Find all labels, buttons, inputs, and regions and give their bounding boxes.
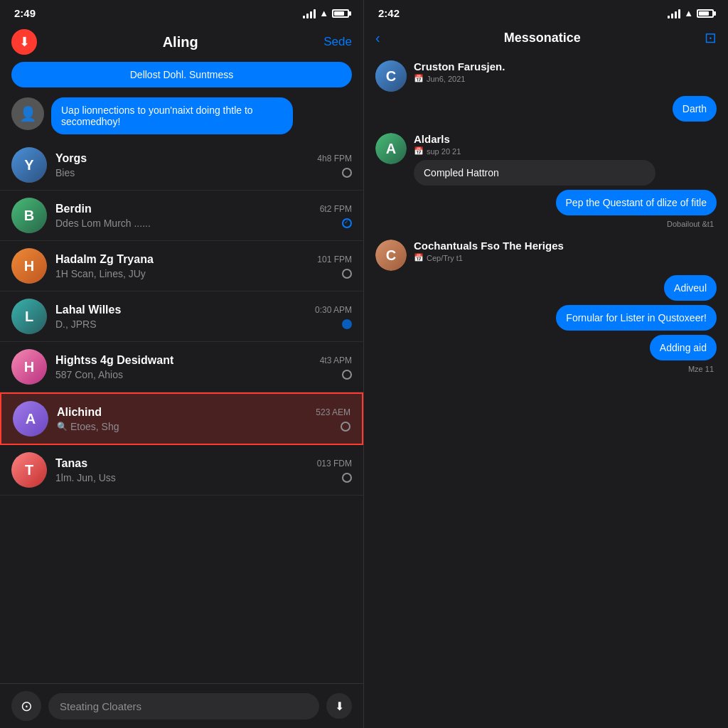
msg-group-header-cruston: C Cruston Farusjen. 📅 Jun6, 2021: [375, 60, 717, 92]
left-status-icons: ▲: [303, 8, 349, 18]
left-panel: 2:49 ▲ ⬇ Aling Sede Dellost Dohl. Suntme…: [0, 0, 364, 728]
conv-item-yorgs[interactable]: Y Yorgs 4h8 FPM Bies: [0, 140, 363, 191]
conv-preview-hadalm: 1H Scan, Lines, JUy: [55, 268, 352, 279]
right-time: 2:42: [378, 7, 400, 19]
right-signal-icon: [668, 9, 680, 18]
avatar-tanas: T: [11, 452, 47, 488]
conv-name-tanas: Tanas: [55, 457, 87, 470]
msg-group-header-cochantuals: C Cochantuals Fso The Heriges 📅 Cep/Try …: [375, 240, 717, 271]
banner-message: Dellost Dohl. Suntmess: [11, 62, 352, 87]
conv-name-berdin: Berdin: [55, 203, 92, 215]
msg-date-cruston: 📅 Jun6, 2021: [414, 74, 717, 83]
conv-time-hightss: 4t3 APM: [320, 355, 352, 365]
wifi-icon: ▲: [319, 8, 328, 18]
conv-info-hadalm: Hadalm Zg Tryana 101 FPM 1H Scan, Lines,…: [55, 253, 352, 279]
conv-preview-lahal: D., JPRS: [55, 318, 352, 330]
avatar-yorgs: Y: [11, 147, 47, 183]
conv-preview-yorgs: Bies: [55, 167, 352, 178]
msg-group-aldaris: A Aldarls 📅 sup 20 21 Compled Hattron Pe…: [375, 133, 717, 228]
right-status-icons: ▲: [668, 8, 714, 18]
right-header-title: Messonatice: [504, 31, 581, 46]
sent-bubble-adiveul: Adiveul: [375, 275, 717, 301]
msg-group-header-aldaris: A Aldarls 📅 sup 20 21 Compled Hattron: [375, 133, 717, 186]
sent-bubble-pep: Pep the Questant of dlize of fitle: [375, 190, 717, 215]
conv-time-lahal: 0:30 APM: [315, 305, 352, 315]
sender-name-cruston: Cruston Farusjen.: [414, 60, 717, 73]
left-header-action[interactable]: Sede: [323, 35, 352, 49]
left-app-title: Aling: [163, 34, 198, 50]
bubble-compled: Compled Hattron: [414, 160, 655, 186]
bubble-pep: Pep the Questant of dlize of fitle: [556, 190, 717, 215]
left-time: 2:49: [14, 7, 36, 19]
avatar-cruston: C: [375, 60, 407, 92]
bubble-darth: Darth: [673, 96, 717, 122]
download-left-icon[interactable]: ⬇: [11, 29, 37, 55]
calendar-icon-3: 📅: [414, 253, 424, 262]
sent-bubble-fornular: Fornular for Lister in Qustoxeer!: [375, 305, 717, 331]
conv-time-hadalm: 101 FPM: [317, 255, 352, 264]
conv-info-alichind: Alichind 523 AEM 🔍 Etoes, Shg: [57, 406, 350, 432]
search-icon: 🔍: [57, 422, 68, 432]
avatar-hightss: H: [11, 349, 47, 385]
msg-meta-cochantuals: Mze 11: [375, 365, 717, 373]
conv-item-hightss[interactable]: H Hightss 4g Desidwant 4t3 APM 587 Con, …: [0, 342, 363, 392]
msg-group-cruston: C Cruston Farusjen. 📅 Jun6, 2021 Darth: [375, 60, 717, 122]
conv-preview-tanas: 1lm. Jun, Uss: [55, 472, 352, 483]
active-avatar: 👤: [11, 97, 44, 130]
conv-preview-alichind: 🔍 Etoes, Shg: [57, 421, 350, 432]
bubble-adding: Adding aid: [650, 335, 717, 360]
avatar-cochantuals: C: [375, 240, 407, 271]
back-button[interactable]: ‹: [375, 30, 380, 46]
conv-name-hadalm: Hadalm Zg Tryana: [55, 253, 154, 266]
status-dot-berdin: [342, 218, 352, 228]
msg-info-cruston: Cruston Farusjen. 📅 Jun6, 2021: [414, 60, 717, 87]
conv-name-yorgs: Yorgs: [55, 152, 87, 165]
msg-date-aldaris: 📅 sup 20 21: [414, 146, 717, 156]
status-dot-alichind: [341, 422, 350, 432]
search-bar[interactable]: Steating Cloaters: [48, 693, 319, 719]
left-header: ⬇ Aling Sede: [0, 23, 363, 62]
conv-item-lahal[interactable]: L Lahal Willes 0:30 APM D., JPRS: [0, 291, 363, 342]
conv-name-alichind: Alichind: [57, 406, 102, 419]
edit-icon[interactable]: ⊡: [705, 29, 717, 46]
conv-preview-hightss: 587 Con, Ahios: [55, 369, 352, 380]
msg-group-cochantuals: C Cochantuals Fso The Heriges 📅 Cep/Try …: [375, 240, 717, 373]
conv-item-berdin[interactable]: B Berdin 6t2 FPM Ddes Lom Murch ......: [0, 191, 363, 241]
conv-time-tanas: 013 FDM: [317, 459, 352, 469]
signal-icon: [303, 9, 316, 18]
chevron-left-icon: ‹: [375, 30, 380, 46]
avatar-aldaris: A: [375, 133, 407, 164]
conv-time-berdin: 6t2 FPM: [320, 204, 352, 214]
camera-button[interactable]: ⊙: [11, 691, 41, 721]
right-panel: 2:42 ▲ ‹ Messonatice ⊡ C: [364, 0, 728, 728]
conv-info-lahal: Lahal Willes 0:30 APM D., JPRS: [55, 304, 352, 330]
conv-item-hadalm[interactable]: H Hadalm Zg Tryana 101 FPM 1H Scan, Line…: [0, 241, 363, 291]
status-dot-yorgs: [342, 168, 352, 178]
msg-date-cochantuals: 📅 Cep/Try t1: [414, 253, 717, 262]
bubble-adiveul: Adiveul: [664, 275, 717, 301]
active-bubble: Uap lionnections to youn'naixt doing tht…: [51, 97, 293, 134]
msg-info-cochantuals: Cochantuals Fso The Heriges 📅 Cep/Try t1: [414, 240, 717, 267]
avatar-alichind: A: [13, 401, 48, 437]
active-conversation[interactable]: 👤 Uap lionnections to youn'naixt doing t…: [0, 92, 363, 140]
status-dot-hadalm: [342, 269, 352, 279]
status-dot-hightss: [342, 370, 352, 380]
conv-info-hightss: Hightss 4g Desidwant 4t3 APM 587 Con, Ah…: [55, 354, 352, 380]
conv-name-hightss: Hightss 4g Desidwant: [55, 354, 173, 367]
bubble-fornular: Fornular for Lister in Qustoxeer!: [556, 305, 717, 331]
conv-item-tanas[interactable]: T Tanas 013 FDM 1lm. Jun, Uss: [0, 445, 363, 496]
conversation-list: Y Yorgs 4h8 FPM Bies B Berdin: [0, 140, 363, 683]
conv-info-yorgs: Yorgs 4h8 FPM Bies: [55, 152, 352, 178]
conv-info-tanas: Tanas 013 FDM 1lm. Jun, Uss: [55, 457, 352, 483]
status-dot-tanas: [342, 473, 352, 483]
conv-item-alichind[interactable]: A Alichind 523 AEM 🔍 Etoes, Shg: [0, 392, 363, 445]
chat-area: C Cruston Farusjen. 📅 Jun6, 2021 Darth: [364, 53, 728, 728]
conv-time-alichind: 523 AEM: [316, 407, 350, 417]
status-dot-lahal: [342, 319, 352, 329]
download-button[interactable]: ⬇: [326, 693, 352, 719]
conv-name-lahal: Lahal Willes: [55, 304, 121, 316]
left-bottom-bar: ⊙ Steating Cloaters ⬇: [0, 683, 363, 728]
conv-time-yorgs: 4h8 FPM: [317, 154, 352, 164]
avatar-hadalm: H: [11, 248, 47, 284]
calendar-icon-2: 📅: [414, 146, 424, 156]
